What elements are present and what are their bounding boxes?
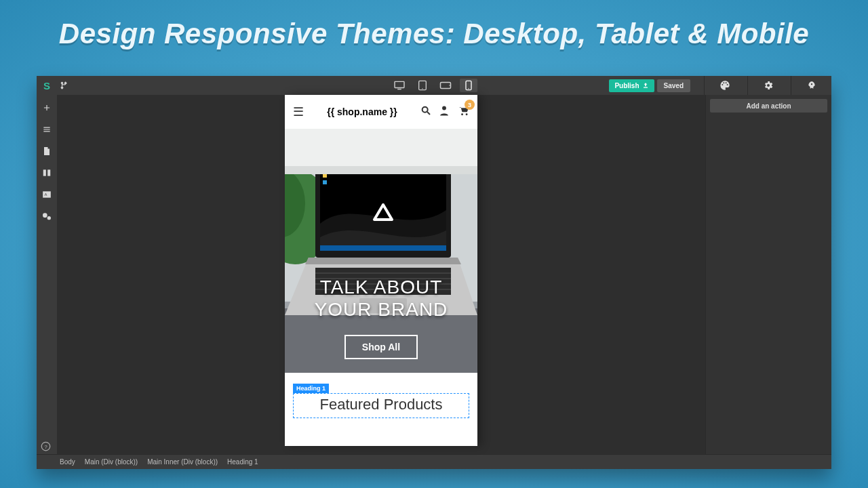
svg-point-5 bbox=[449, 85, 450, 86]
breadcrumb-item[interactable]: Heading 1 bbox=[227, 458, 258, 466]
svg-rect-10 bbox=[47, 169, 50, 176]
svg-line-18 bbox=[427, 112, 430, 115]
svg-point-17 bbox=[422, 107, 428, 113]
breadcrumb: Body Main (Div (block)) Main Inner (Div … bbox=[37, 454, 831, 469]
canvas[interactable]: ☰ {{ shop.name }} 3 bbox=[57, 95, 705, 454]
device-mobile[interactable] bbox=[460, 79, 477, 92]
columns-icon[interactable] bbox=[37, 165, 57, 180]
shop-name: {{ shop.name }} bbox=[327, 106, 397, 117]
hero-heading: TALK ABOUT YOUR BRAND bbox=[315, 276, 448, 321]
device-landscape[interactable] bbox=[437, 79, 454, 92]
svg-text:?: ? bbox=[44, 444, 47, 450]
search-icon[interactable] bbox=[420, 105, 431, 119]
user-icon[interactable] bbox=[439, 105, 449, 119]
help-icon[interactable]: ? bbox=[41, 441, 51, 451]
svg-rect-28 bbox=[320, 245, 446, 251]
marketing-headline: Design Responsive Themes: Desktop, Table… bbox=[0, 0, 868, 60]
publish-label: Publish bbox=[614, 82, 639, 89]
svg-rect-8 bbox=[644, 87, 648, 88]
palette-icon[interactable] bbox=[704, 76, 745, 95]
add-icon[interactable] bbox=[37, 100, 57, 115]
svg-rect-1 bbox=[397, 89, 401, 89]
svg-rect-39 bbox=[285, 129, 477, 169]
device-switcher bbox=[391, 79, 477, 92]
breadcrumb-item[interactable]: Main Inner (Div (block)) bbox=[147, 458, 218, 466]
hero-line2: YOUR BRAND bbox=[315, 298, 448, 321]
saved-indicator: Saved bbox=[657, 79, 690, 92]
svg-text:A: A bbox=[45, 192, 47, 197]
cart-icon[interactable]: 3 bbox=[457, 105, 469, 119]
breadcrumb-item[interactable]: Body bbox=[60, 458, 75, 466]
svg-point-14 bbox=[47, 216, 51, 220]
mobile-preview: ☰ {{ shop.name }} 3 bbox=[285, 95, 477, 446]
svg-point-21 bbox=[466, 113, 468, 115]
publish-button[interactable]: Publish bbox=[609, 79, 654, 92]
svg-point-7 bbox=[468, 88, 469, 89]
hamburger-icon[interactable]: ☰ bbox=[293, 104, 304, 119]
branch-icon[interactable] bbox=[57, 81, 69, 90]
topbar: S Publish Saved bbox=[37, 76, 831, 95]
svg-marker-32 bbox=[305, 258, 461, 264]
svg-rect-40 bbox=[285, 166, 477, 174]
svg-rect-0 bbox=[395, 81, 404, 87]
device-desktop[interactable] bbox=[391, 79, 408, 92]
settings-icon[interactable] bbox=[747, 76, 788, 95]
text-icon[interactable]: A bbox=[37, 187, 57, 202]
featured-heading[interactable]: Featured Products bbox=[293, 393, 469, 418]
element-tag: Heading 1 bbox=[293, 384, 329, 393]
svg-rect-9 bbox=[43, 169, 46, 176]
header-icons: 3 bbox=[420, 105, 469, 119]
rocket-icon[interactable] bbox=[791, 76, 831, 95]
featured-section: Heading 1 Featured Products bbox=[285, 373, 477, 418]
left-toolbar: A ? bbox=[37, 95, 57, 454]
preview-header: ☰ {{ shop.name }} 3 bbox=[285, 95, 477, 129]
svg-point-20 bbox=[461, 113, 463, 115]
gears-icon[interactable] bbox=[37, 209, 57, 224]
device-tablet[interactable] bbox=[414, 79, 431, 92]
breadcrumb-item[interactable]: Main (Div (block)) bbox=[85, 458, 138, 466]
right-panel: Add an action bbox=[705, 95, 831, 454]
svg-point-19 bbox=[442, 106, 446, 110]
logo[interactable]: S bbox=[37, 80, 57, 92]
cart-badge: 3 bbox=[465, 100, 475, 110]
add-action-button[interactable]: Add an action bbox=[710, 99, 827, 113]
workspace: A ? ☰ {{ shop.name }} 3 bbox=[37, 95, 831, 454]
hero-section: TALK ABOUT YOUR BRAND Shop All bbox=[285, 129, 477, 373]
page-icon[interactable] bbox=[37, 144, 57, 159]
topbar-right: Publish Saved bbox=[609, 76, 831, 95]
app-window: S Publish Saved bbox=[37, 76, 831, 469]
svg-point-3 bbox=[422, 88, 422, 89]
svg-point-13 bbox=[43, 213, 47, 218]
hero-line1: TALK ABOUT bbox=[315, 276, 448, 299]
svg-rect-30 bbox=[323, 180, 327, 184]
shop-all-button[interactable]: Shop All bbox=[344, 335, 418, 359]
list-icon[interactable] bbox=[37, 122, 57, 137]
